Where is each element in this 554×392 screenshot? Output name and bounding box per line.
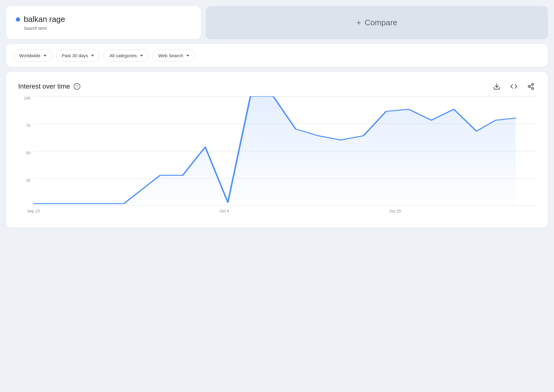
search-term-header: balkan rage — [16, 15, 191, 24]
search-term-name: balkan rage — [24, 15, 65, 24]
chart-svg — [33, 96, 536, 206]
y-axis: 100 75 50 25 — [18, 96, 33, 206]
svg-line-4 — [530, 87, 532, 88]
y-label-25: 25 — [26, 178, 30, 182]
filter-time-label: Past 30 days — [62, 53, 88, 58]
compare-inner: + Compare — [356, 18, 397, 27]
download-button[interactable] — [492, 82, 502, 91]
svg-line-5 — [530, 85, 532, 86]
filter-time-button[interactable]: Past 30 days — [56, 50, 100, 61]
top-section: balkan rage Search term + Compare — [6, 6, 548, 39]
search-term-dot — [16, 17, 20, 22]
chevron-down-icon — [91, 55, 94, 57]
filter-search-type-button[interactable]: Web Search — [153, 50, 195, 61]
filter-location-button[interactable]: Worldwide — [13, 50, 52, 61]
filters-card: Worldwide Past 30 days All categories We… — [6, 44, 548, 67]
help-icon[interactable]: ? — [74, 83, 80, 90]
filter-location-label: Worldwide — [19, 53, 40, 58]
y-label-75: 75 — [26, 124, 30, 128]
chart-card: Interest over time ? — [6, 72, 548, 228]
chart-area: 100 75 50 25 — [18, 96, 536, 218]
compare-card[interactable]: + Compare — [206, 6, 548, 39]
x-label-sep23: Sep 23 — [27, 209, 40, 213]
x-label-oct4: Oct 4 — [219, 209, 229, 213]
y-label-50: 50 — [26, 151, 30, 155]
chevron-down-icon — [140, 55, 143, 57]
compare-label: Compare — [365, 18, 397, 27]
x-label-oct15: Oct 15 — [389, 209, 401, 213]
share-button[interactable] — [526, 82, 536, 91]
chevron-down-icon — [44, 55, 47, 57]
chart-title-row: Interest over time ? — [18, 82, 80, 90]
chevron-down-icon — [186, 55, 189, 57]
x-axis: Sep 23 Oct 4 Oct 15 — [33, 206, 536, 218]
embed-button[interactable] — [509, 82, 519, 91]
compare-plus-icon: + — [356, 18, 361, 27]
search-term-label: Search term — [24, 26, 191, 31]
search-term-card: balkan rage Search term — [6, 6, 201, 39]
help-icon-label: ? — [76, 84, 78, 89]
filter-search-type-label: Web Search — [158, 53, 183, 58]
chart-actions — [492, 82, 536, 91]
chart-title: Interest over time — [18, 82, 70, 90]
filter-category-label: All categories — [109, 53, 137, 58]
chart-plot — [33, 96, 536, 206]
chart-header: Interest over time ? — [18, 82, 536, 91]
filter-category-button[interactable]: All categories — [103, 50, 149, 61]
y-label-100: 100 — [24, 96, 30, 100]
